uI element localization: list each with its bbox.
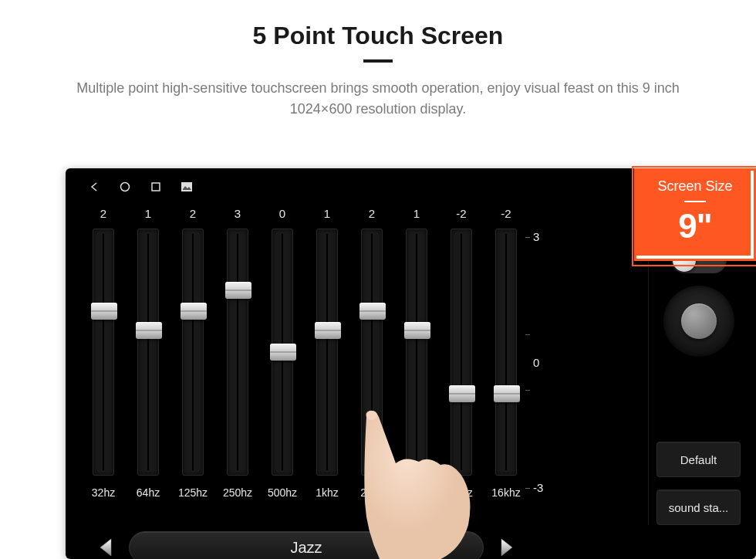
home-icon[interactable] xyxy=(118,180,132,194)
eq-band-3: 3 250hz xyxy=(215,207,260,525)
page-subtitle: Multiple point high-sensitive touchscree… xyxy=(31,78,725,120)
preset-next-button[interactable] xyxy=(490,532,524,559)
eq-band-7: 1 4khz xyxy=(394,207,439,525)
eq-band-4: 0 500hz xyxy=(260,207,305,525)
eq-slider[interactable] xyxy=(272,229,293,476)
eq-slider[interactable] xyxy=(227,229,248,476)
badge-label: Screen Size xyxy=(657,178,732,195)
eq-band-0: 2 32hz xyxy=(81,207,126,525)
page-title: 5 Point Touch Screen xyxy=(0,0,756,50)
title-underline xyxy=(363,59,393,63)
eq-freq-label: 64hz xyxy=(137,486,160,499)
balance-dial[interactable] xyxy=(663,286,734,357)
eq-freq-label: 16khz xyxy=(491,486,520,499)
eq-freq-label: 8khz xyxy=(450,486,473,499)
eq-slider[interactable] xyxy=(316,229,338,476)
eq-value-label: 2 xyxy=(369,207,375,224)
screen-size-badge: Screen Size 9" xyxy=(634,168,756,261)
eq-slider[interactable] xyxy=(495,229,517,476)
svg-rect-2 xyxy=(181,182,192,191)
eq-value-label: 1 xyxy=(145,207,151,224)
recent-apps-icon[interactable] xyxy=(149,180,163,194)
eq-freq-label: 2khz xyxy=(360,486,383,499)
svg-point-0 xyxy=(121,183,130,191)
eq-freq-label: 32hz xyxy=(92,486,115,499)
eq-band-6: 2 2khz xyxy=(349,207,394,525)
eq-slider[interactable] xyxy=(137,229,159,476)
eq-band-9: -2 16khz xyxy=(484,207,528,525)
eq-band-8: -2 8khz xyxy=(439,207,484,525)
eq-freq-label: 1khz xyxy=(316,486,339,499)
eq-value-label: 1 xyxy=(324,207,330,224)
preset-prev-button[interactable] xyxy=(89,532,123,559)
eq-slider[interactable] xyxy=(182,229,204,476)
scale-mid: 0 xyxy=(533,356,539,369)
eq-value-label: 3 xyxy=(235,207,241,224)
eq-value-label: -2 xyxy=(456,207,466,224)
eq-slider[interactable] xyxy=(361,229,383,476)
back-icon[interactable] xyxy=(87,180,101,194)
eq-band-5: 1 1khz xyxy=(305,207,349,525)
eq-value-label: -2 xyxy=(501,207,511,224)
eq-slider[interactable] xyxy=(451,229,472,476)
badge-value: 9" xyxy=(678,207,711,246)
eq-value-label: 0 xyxy=(279,207,285,224)
eq-slider[interactable] xyxy=(93,229,114,476)
eq-value-label: 1 xyxy=(413,207,420,224)
eq-freq-label: 125hz xyxy=(178,486,208,499)
sound-stage-button[interactable]: sound sta... xyxy=(656,490,741,525)
eq-freq-label: 4khz xyxy=(405,486,428,499)
eq-value-label: 2 xyxy=(190,207,196,224)
eq-band-1: 1 64hz xyxy=(126,207,170,525)
eq-freq-label: 500hz xyxy=(268,486,297,499)
equalizer-sliders: 2 32hz 1 64hz 2 125hz 3 250hz 0 xyxy=(73,201,648,525)
eq-scale: 3 0 -3 xyxy=(528,207,559,525)
eq-value-label: 2 xyxy=(100,207,106,224)
scale-min: -3 xyxy=(533,481,559,494)
eq-band-2: 2 125hz xyxy=(170,207,215,525)
preset-row: Jazz xyxy=(73,528,748,559)
preset-name-button[interactable]: Jazz xyxy=(129,531,484,559)
eq-freq-label: 250hz xyxy=(223,486,252,499)
eq-slider[interactable] xyxy=(406,229,427,476)
default-button[interactable]: Default xyxy=(656,442,741,477)
scale-max: 3 xyxy=(533,230,559,243)
svg-rect-1 xyxy=(152,183,160,191)
gallery-icon[interactable] xyxy=(180,180,194,194)
